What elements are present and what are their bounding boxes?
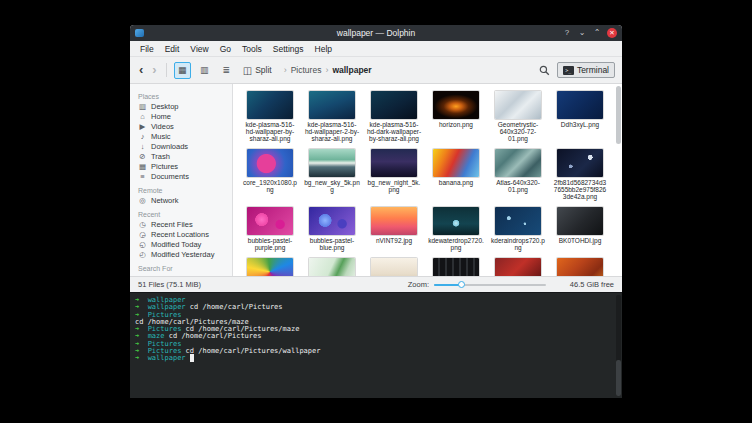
search-button[interactable] [537, 63, 552, 78]
zoom-slider[interactable] [434, 281, 546, 289]
file-item[interactable]: bg_new_sky_5k.png [301, 146, 363, 204]
file-item[interactable]: BK0TOHDl.jpg [549, 204, 611, 255]
file-thumbnail [433, 91, 479, 119]
file-item[interactable]: horizon.png [425, 88, 487, 146]
sidebar-item-modified-today[interactable]: ◵ Modified Today [130, 239, 232, 249]
file-count-text: 51 Files (75.1 MiB) [138, 280, 400, 289]
file-item[interactable] [549, 255, 611, 276]
minimize-button[interactable]: ⌄ [577, 28, 587, 38]
vertical-scrollbar[interactable] [616, 86, 621, 274]
sidebar-item-videos[interactable]: ▶ Videos [130, 121, 232, 131]
sidebar-item-downloads[interactable]: ↓ Downloads [130, 141, 232, 151]
file-item[interactable]: kderaindrops720.png [487, 204, 549, 255]
file-name: core_1920x1080.png [242, 179, 298, 193]
file-item[interactable]: core_1920x1080.png [239, 146, 301, 204]
file-item[interactable]: 2fb81d5682734d37655bb2e975f8263de42a.png [549, 146, 611, 204]
terminal-scrollbar-thumb[interactable] [616, 360, 621, 396]
file-item[interactable]: banana.png [425, 146, 487, 204]
terminal-icon: >_ [563, 66, 574, 75]
menu-tools[interactable]: Tools [242, 44, 262, 54]
file-thumbnail [309, 207, 355, 235]
terminal-toggle-label: Terminal [577, 65, 609, 75]
sidebar-item-desktop[interactable]: ▥ Desktop [130, 101, 232, 111]
file-view[interactable]: kde-plasma-516-hd-wallpaper-by-sharaz-al… [233, 84, 622, 276]
sidebar-item-label: Recent Files [151, 220, 193, 229]
sidebar-item-network[interactable]: ◎ Network [130, 195, 232, 205]
file-item[interactable]: kde-plasma-516-hd-wallpaper-2-by-sharaz-… [301, 88, 363, 146]
toolbar-separator [166, 63, 167, 77]
file-item[interactable]: nVINT92.jpg [363, 204, 425, 255]
videos-icon: ▶ [138, 122, 147, 131]
zoom-slider-fill [434, 284, 461, 286]
sidebar-item-recent-files[interactable]: ◷ Recent Files [130, 219, 232, 229]
zoom-slider-handle[interactable] [458, 281, 465, 288]
terminal-output: ➜ wallpaper ➜ wallpaper cd /home/carl/Pi… [135, 297, 612, 363]
file-item[interactable] [363, 255, 425, 276]
menu-view[interactable]: View [190, 44, 208, 54]
terminal-panel[interactable]: ➜ wallpaper ➜ wallpaper cd /home/carl/Pi… [130, 292, 622, 398]
file-item[interactable]: bubbles-pastel-purple.png [239, 204, 301, 255]
modified-today-icon: ◵ [138, 240, 147, 249]
window-title: wallpaper — Dolphin [130, 28, 622, 38]
sidebar-item-label: Music [151, 132, 171, 141]
details-view-button[interactable]: ≣ [218, 62, 235, 79]
file-name: bubbles-pastel-purple.png [242, 237, 298, 251]
file-item[interactable]: bg_new_night_5k.png [363, 146, 425, 204]
back-button[interactable]: ‹ [137, 63, 145, 77]
sidebar-item-trash[interactable]: ⊘ Trash [130, 151, 232, 161]
file-item[interactable]: Ddh3xyL.png [549, 88, 611, 146]
file-name: kde-plasma-516-hd-dark-wallpaper-by-shar… [366, 121, 422, 142]
forward-button[interactable]: › [150, 63, 158, 77]
dolphin-app-icon [135, 29, 144, 37]
menu-help[interactable]: Help [315, 44, 332, 54]
titlebar[interactable]: wallpaper — Dolphin ? ⌄ ⌃ ✕ [130, 25, 622, 41]
sidebar-item-modified-yesterday[interactable]: ◴ Modified Yesterday [130, 249, 232, 259]
terminal-scrollbar[interactable] [616, 295, 621, 396]
menu-settings[interactable]: Settings [273, 44, 304, 54]
menu-edit[interactable]: Edit [165, 44, 180, 54]
sidebar-item-label: Network [151, 196, 179, 205]
file-item[interactable] [239, 255, 301, 276]
main-area: Places ▥ Desktop ⌂ Home ▶ Videos ♪ Music… [130, 84, 622, 276]
file-thumbnail [495, 149, 541, 177]
close-button[interactable]: ✕ [607, 28, 617, 38]
network-icon: ◎ [138, 196, 147, 205]
file-item[interactable]: kde-plasma-516-hd-dark-wallpaper-by-shar… [363, 88, 425, 146]
home-icon: ⌂ [138, 112, 147, 121]
file-item[interactable] [301, 255, 363, 276]
file-thumbnail [495, 91, 541, 119]
file-item[interactable] [425, 255, 487, 276]
file-name: kde-plasma-516-hd-wallpaper-by-sharaz-al… [242, 121, 298, 142]
split-button[interactable]: ◫ Split [240, 65, 275, 76]
file-item[interactable] [487, 255, 549, 276]
menu-file[interactable]: File [140, 44, 154, 54]
breadcrumb-pictures[interactable]: Pictures [291, 65, 322, 75]
file-name: Ddh3xyL.png [552, 121, 608, 128]
file-item[interactable]: kdewaterdrop2720.png [425, 204, 487, 255]
maximize-button[interactable]: ⌃ [592, 28, 602, 38]
file-thumbnail [557, 91, 603, 119]
scrollbar-thumb[interactable] [616, 86, 621, 144]
search-icon [539, 65, 550, 76]
file-item[interactable]: Atlas-640x320-01.png [487, 146, 549, 204]
terminal-toggle-button[interactable]: >_ Terminal [557, 62, 615, 78]
file-item[interactable]: Geometrystic-640x320-72-01.png [487, 88, 549, 146]
sidebar-item-recent-locations[interactable]: ◶ Recent Locations [130, 229, 232, 239]
modified-yesterday-icon: ◴ [138, 250, 147, 259]
sidebar-item-home[interactable]: ⌂ Home [130, 111, 232, 121]
compact-view-button[interactable]: ▥ [196, 62, 213, 79]
sidebar-item-music[interactable]: ♪ Music [130, 131, 232, 141]
breadcrumb-wallpaper[interactable]: wallpaper [332, 65, 371, 75]
menu-go[interactable]: Go [220, 44, 231, 54]
sidebar-item-documents[interactable]: ≡ Documents [130, 171, 232, 181]
help-button[interactable]: ? [562, 28, 572, 38]
file-item[interactable]: kde-plasma-516-hd-wallpaper-by-sharaz-al… [239, 88, 301, 146]
file-name: kdewaterdrop2720.png [428, 237, 484, 251]
music-icon: ♪ [138, 132, 147, 141]
breadcrumb-chevron-icon: › [284, 65, 287, 75]
sidebar-item-pictures[interactable]: ▦ Pictures [130, 161, 232, 171]
file-thumbnail [557, 207, 603, 235]
icons-view-button[interactable]: ▦ [174, 62, 191, 79]
file-item[interactable]: bubbles-pastel-blue.png [301, 204, 363, 255]
file-thumbnail [371, 149, 417, 177]
